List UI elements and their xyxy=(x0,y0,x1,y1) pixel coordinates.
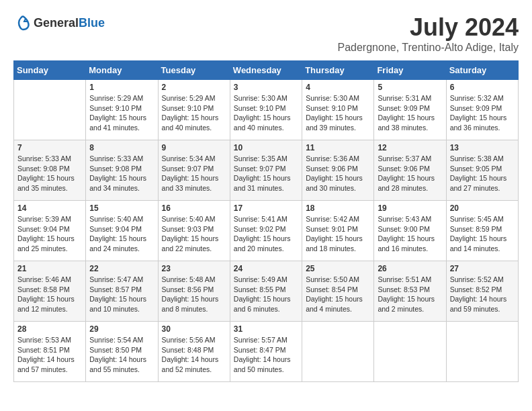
day-number: 14 xyxy=(17,203,82,213)
day-number: 13 xyxy=(450,143,515,152)
day-number: 10 xyxy=(234,143,298,152)
day-info: Sunrise: 5:34 AM Sunset: 9:07 PM Dayligh… xyxy=(162,154,226,193)
day-number: 31 xyxy=(234,324,298,334)
calendar-cell: 29Sunrise: 5:54 AM Sunset: 8:50 PM Dayli… xyxy=(86,322,158,382)
day-number: 25 xyxy=(306,264,370,273)
day-info: Sunrise: 5:33 AM Sunset: 9:08 PM Dayligh… xyxy=(17,154,82,193)
day-info: Sunrise: 5:38 AM Sunset: 9:05 PM Dayligh… xyxy=(450,154,515,193)
calendar-cell: 1Sunrise: 5:29 AM Sunset: 9:10 PM Daylig… xyxy=(86,80,158,140)
calendar-week-3: 14Sunrise: 5:39 AM Sunset: 9:04 PM Dayli… xyxy=(14,201,519,261)
day-info: Sunrise: 5:30 AM Sunset: 9:10 PM Dayligh… xyxy=(306,93,370,133)
day-number: 19 xyxy=(378,203,442,213)
calendar-cell: 2Sunrise: 5:29 AM Sunset: 9:10 PM Daylig… xyxy=(158,80,230,140)
calendar-cell: 24Sunrise: 5:49 AM Sunset: 8:55 PM Dayli… xyxy=(230,261,302,322)
calendar-cell: 28Sunrise: 5:53 AM Sunset: 8:51 PM Dayli… xyxy=(14,322,86,382)
day-number: 18 xyxy=(306,203,370,213)
day-info: Sunrise: 5:57 AM Sunset: 8:47 PM Dayligh… xyxy=(234,335,298,375)
day-number: 23 xyxy=(162,264,226,273)
day-number: 17 xyxy=(234,203,298,213)
calendar-week-5: 28Sunrise: 5:53 AM Sunset: 8:51 PM Dayli… xyxy=(14,322,519,382)
calendar-cell: 15Sunrise: 5:40 AM Sunset: 9:04 PM Dayli… xyxy=(86,201,158,261)
day-number: 3 xyxy=(234,83,298,92)
day-number: 5 xyxy=(378,83,442,92)
day-number: 22 xyxy=(89,264,154,273)
calendar-table: Sunday Monday Tuesday Wednesday Thursday… xyxy=(13,60,519,382)
header-thursday: Thursday xyxy=(302,61,374,80)
calendar-cell: 21Sunrise: 5:46 AM Sunset: 8:58 PM Dayli… xyxy=(14,261,86,322)
day-info: Sunrise: 5:30 AM Sunset: 9:10 PM Dayligh… xyxy=(234,93,298,133)
calendar-cell: 10Sunrise: 5:35 AM Sunset: 9:07 PM Dayli… xyxy=(230,140,302,201)
day-number: 21 xyxy=(17,264,82,273)
day-info: Sunrise: 5:50 AM Sunset: 8:54 PM Dayligh… xyxy=(306,275,370,314)
calendar-cell: 7Sunrise: 5:33 AM Sunset: 9:08 PM Daylig… xyxy=(14,140,86,201)
day-info: Sunrise: 5:52 AM Sunset: 8:52 PM Dayligh… xyxy=(450,275,515,314)
day-number: 11 xyxy=(306,143,370,152)
calendar-cell xyxy=(14,80,86,140)
day-info: Sunrise: 5:46 AM Sunset: 8:58 PM Dayligh… xyxy=(17,275,82,314)
calendar-cell: 8Sunrise: 5:33 AM Sunset: 9:08 PM Daylig… xyxy=(86,140,158,201)
calendar-cell: 5Sunrise: 5:31 AM Sunset: 9:09 PM Daylig… xyxy=(374,80,446,140)
calendar-cell: 30Sunrise: 5:56 AM Sunset: 8:48 PM Dayli… xyxy=(158,322,230,382)
calendar-cell: 19Sunrise: 5:43 AM Sunset: 9:00 PM Dayli… xyxy=(374,201,446,261)
day-info: Sunrise: 5:41 AM Sunset: 9:02 PM Dayligh… xyxy=(234,214,298,254)
calendar-cell: 22Sunrise: 5:47 AM Sunset: 8:57 PM Dayli… xyxy=(86,261,158,322)
day-info: Sunrise: 5:31 AM Sunset: 9:09 PM Dayligh… xyxy=(378,93,442,133)
page-header: GeneralBlue July 2024 Padergnone, Trenti… xyxy=(13,13,519,54)
calendar-cell: 6Sunrise: 5:32 AM Sunset: 9:09 PM Daylig… xyxy=(446,80,518,140)
day-info: Sunrise: 5:29 AM Sunset: 9:10 PM Dayligh… xyxy=(162,93,226,133)
calendar-body: 1Sunrise: 5:29 AM Sunset: 9:10 PM Daylig… xyxy=(14,80,519,382)
header-wednesday: Wednesday xyxy=(230,61,302,80)
day-number: 27 xyxy=(450,264,515,273)
title-section: July 2024 Padergnone, Trentino-Alto Adig… xyxy=(337,13,519,54)
calendar-cell: 9Sunrise: 5:34 AM Sunset: 9:07 PM Daylig… xyxy=(158,140,230,201)
day-info: Sunrise: 5:33 AM Sunset: 9:08 PM Dayligh… xyxy=(89,154,154,193)
calendar-week-2: 7Sunrise: 5:33 AM Sunset: 9:08 PM Daylig… xyxy=(14,140,519,201)
days-of-week-row: Sunday Monday Tuesday Wednesday Thursday… xyxy=(14,61,519,80)
day-info: Sunrise: 5:47 AM Sunset: 8:57 PM Dayligh… xyxy=(89,275,154,314)
day-info: Sunrise: 5:48 AM Sunset: 8:56 PM Dayligh… xyxy=(162,275,226,314)
day-info: Sunrise: 5:40 AM Sunset: 9:03 PM Dayligh… xyxy=(162,214,226,254)
logo-blue: Blue xyxy=(79,16,105,30)
calendar-week-4: 21Sunrise: 5:46 AM Sunset: 8:58 PM Dayli… xyxy=(14,261,519,322)
day-info: Sunrise: 5:49 AM Sunset: 8:55 PM Dayligh… xyxy=(234,275,298,314)
calendar-week-1: 1Sunrise: 5:29 AM Sunset: 9:10 PM Daylig… xyxy=(14,80,519,140)
day-info: Sunrise: 5:40 AM Sunset: 9:04 PM Dayligh… xyxy=(89,214,154,254)
day-info: Sunrise: 5:37 AM Sunset: 9:06 PM Dayligh… xyxy=(378,154,442,193)
calendar-cell: 12Sunrise: 5:37 AM Sunset: 9:06 PM Dayli… xyxy=(374,140,446,201)
logo: GeneralBlue xyxy=(13,13,105,32)
day-number: 9 xyxy=(162,143,226,152)
calendar-cell: 23Sunrise: 5:48 AM Sunset: 8:56 PM Dayli… xyxy=(158,261,230,322)
calendar-cell: 31Sunrise: 5:57 AM Sunset: 8:47 PM Dayli… xyxy=(230,322,302,382)
day-number: 28 xyxy=(17,324,82,334)
header-sunday: Sunday xyxy=(14,61,86,80)
day-info: Sunrise: 5:45 AM Sunset: 8:59 PM Dayligh… xyxy=(450,214,515,254)
day-info: Sunrise: 5:35 AM Sunset: 9:07 PM Dayligh… xyxy=(234,154,298,193)
day-info: Sunrise: 5:56 AM Sunset: 8:48 PM Dayligh… xyxy=(162,335,226,375)
header-tuesday: Tuesday xyxy=(158,61,230,80)
day-info: Sunrise: 5:29 AM Sunset: 9:10 PM Dayligh… xyxy=(89,93,154,133)
calendar-cell xyxy=(302,322,374,382)
day-number: 20 xyxy=(450,203,515,213)
day-number: 2 xyxy=(162,83,226,92)
day-number: 26 xyxy=(378,264,442,273)
day-info: Sunrise: 5:51 AM Sunset: 8:53 PM Dayligh… xyxy=(378,275,442,314)
calendar-cell: 3Sunrise: 5:30 AM Sunset: 9:10 PM Daylig… xyxy=(230,80,302,140)
calendar-cell: 11Sunrise: 5:36 AM Sunset: 9:06 PM Dayli… xyxy=(302,140,374,201)
calendar-cell: 26Sunrise: 5:51 AM Sunset: 8:53 PM Dayli… xyxy=(374,261,446,322)
calendar-cell xyxy=(374,322,446,382)
calendar-cell: 16Sunrise: 5:40 AM Sunset: 9:03 PM Dayli… xyxy=(158,201,230,261)
day-number: 8 xyxy=(89,143,154,152)
logo-text: GeneralBlue xyxy=(34,16,105,30)
month-year: July 2024 xyxy=(337,13,519,42)
day-number: 6 xyxy=(450,83,515,92)
day-number: 1 xyxy=(89,83,154,92)
day-number: 4 xyxy=(306,83,370,92)
header-monday: Monday xyxy=(86,61,158,80)
day-info: Sunrise: 5:54 AM Sunset: 8:50 PM Dayligh… xyxy=(89,335,154,375)
calendar-cell: 27Sunrise: 5:52 AM Sunset: 8:52 PM Dayli… xyxy=(446,261,518,322)
day-number: 15 xyxy=(89,203,154,213)
day-number: 7 xyxy=(17,143,82,152)
calendar-cell xyxy=(446,322,518,382)
day-number: 16 xyxy=(162,203,226,213)
day-number: 12 xyxy=(378,143,442,152)
